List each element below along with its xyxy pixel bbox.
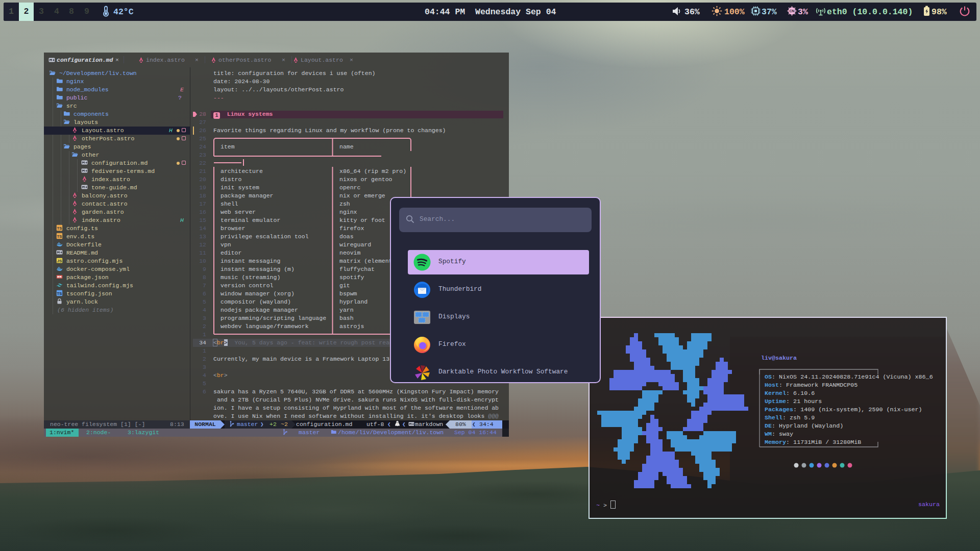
svg-text:CN: CN	[789, 9, 794, 13]
svg-text:TS: TS	[57, 226, 62, 231]
svg-text:TS: TS	[57, 234, 62, 239]
svg-text:JS: JS	[57, 259, 63, 263]
svg-text:TS: TS	[57, 291, 62, 296]
